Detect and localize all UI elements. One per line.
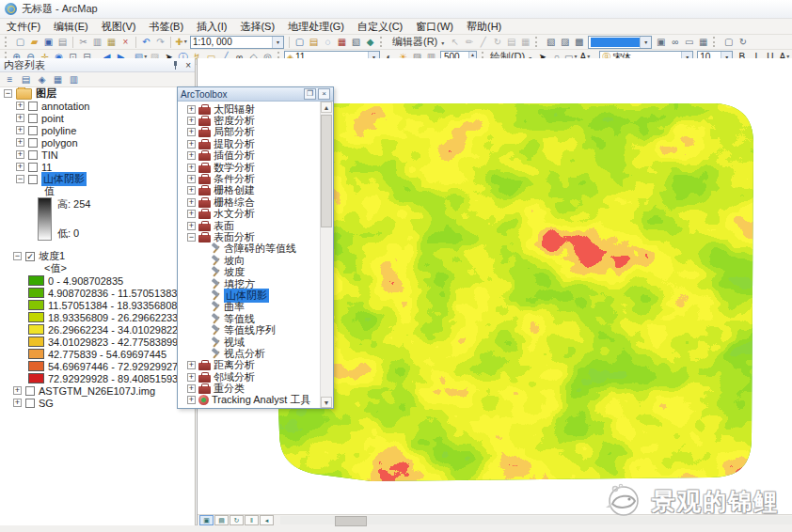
layers-root-item[interactable]: 图层: [0, 87, 195, 100]
save-icon[interactable]: ▣: [41, 36, 55, 48]
expander-icon[interactable]: [13, 399, 22, 407]
expander-icon[interactable]: [187, 175, 196, 183]
close-icon[interactable]: ×: [318, 88, 330, 100]
snapping-icon[interactable]: ▭: [682, 36, 696, 48]
expander-icon[interactable]: [187, 210, 196, 218]
list-by-source-icon[interactable]: ▤: [18, 72, 34, 86]
cut-icon[interactable]: ✂: [76, 36, 90, 48]
arctoolbox-item[interactable]: 山体阴影: [178, 289, 321, 301]
paste-icon[interactable]: ▦: [104, 36, 119, 48]
arctoolbox-item[interactable]: 含障碍的等值线: [178, 243, 321, 255]
expander-icon[interactable]: [16, 126, 24, 134]
expander-icon[interactable]: [187, 186, 196, 195]
modelbuilder-icon[interactable]: ◆: [363, 36, 377, 48]
refresh-view-button[interactable]: ↻: [230, 515, 244, 525]
sketch-tool-icon[interactable]: ✏: [462, 36, 476, 48]
expander-icon[interactable]: [187, 222, 196, 230]
sketch-properties-icon[interactable]: ▦: [518, 36, 532, 48]
table-of-contents-icon[interactable]: ▢: [293, 36, 307, 48]
layer-checkbox[interactable]: [28, 114, 38, 123]
arctoolbox-item[interactable]: 邻域分析: [178, 371, 321, 383]
scroll-up-icon[interactable]: ▲: [321, 102, 332, 113]
attribute-transfer-icon[interactable]: ▦: [696, 36, 710, 48]
menu-item[interactable]: 书签(B): [142, 19, 190, 35]
arctoolbox-item[interactable]: 坡向: [178, 255, 321, 266]
expander-icon[interactable]: [187, 140, 196, 149]
expander-icon[interactable]: [4, 89, 12, 98]
slope-layer-item[interactable]: 坡度1: [0, 250, 195, 262]
expander-icon[interactable]: [16, 138, 24, 147]
expander-icon[interactable]: [187, 198, 196, 207]
delete-icon[interactable]: ×: [119, 36, 133, 48]
menu-item[interactable]: 视图(V): [95, 19, 143, 35]
adjust-icon[interactable]: ▣: [654, 36, 668, 48]
expander-icon[interactable]: [187, 117, 196, 125]
expander-icon[interactable]: [187, 396, 196, 404]
expander-icon[interactable]: [187, 151, 196, 160]
layer-checkbox[interactable]: [28, 150, 38, 160]
pause-drawing-button[interactable]: ‖: [245, 515, 259, 525]
scroll-thumb[interactable]: [321, 115, 332, 227]
expander-icon[interactable]: [16, 102, 24, 110]
layer-checkbox[interactable]: [25, 399, 35, 408]
layer-checkbox[interactable]: [25, 386, 35, 396]
data-view-button[interactable]: ▣: [199, 515, 214, 525]
error-inspector-icon[interactable]: ▩: [572, 36, 586, 48]
redo-icon[interactable]: ↷: [153, 36, 167, 48]
menu-item[interactable]: 地理处理(G): [281, 19, 351, 35]
toolbar-grip[interactable]: [713, 37, 719, 47]
layer-checkbox[interactable]: [28, 138, 38, 148]
menu-item[interactable]: 自定义(C): [351, 19, 409, 35]
layer-checkbox[interactable]: [28, 126, 38, 135]
hscroll-thumb[interactable]: [335, 516, 367, 526]
split-tool-icon[interactable]: ╱: [476, 36, 490, 48]
menu-item[interactable]: 编辑(E): [47, 19, 95, 35]
layer-item[interactable]: annotation: [0, 100, 195, 112]
refresh-view-icon[interactable]: ↻: [736, 36, 750, 48]
layer-item[interactable]: SG: [0, 397, 195, 409]
layer-select-combo[interactable]: ▾: [588, 36, 652, 49]
arctoolbox-item[interactable]: Tracking Analyst 工具: [178, 395, 321, 406]
toolbar-grip[interactable]: [535, 37, 541, 47]
editor-menu[interactable]: 编辑器(R) ▾: [388, 35, 448, 49]
menu-item[interactable]: 选择(S): [233, 19, 281, 35]
map-topology-icon[interactable]: ▨: [558, 36, 572, 48]
layer-checkbox[interactable]: [25, 252, 35, 261]
menu-item[interactable]: 文件(F): [0, 19, 47, 35]
layout-view-button[interactable]: ▤: [214, 515, 229, 525]
toolbar-grip[interactable]: [5, 37, 10, 47]
layer-checkbox[interactable]: [28, 102, 38, 111]
expander-icon[interactable]: [187, 384, 196, 393]
list-by-selection-icon[interactable]: ▦: [50, 72, 66, 86]
expander-icon[interactable]: [187, 373, 196, 382]
expander-icon[interactable]: [187, 233, 196, 242]
combo-dropdown-button[interactable]: ▾: [272, 37, 283, 48]
expander-icon[interactable]: [187, 105, 196, 114]
scroll-left-button[interactable]: ◂: [260, 515, 274, 525]
rotate-tool-icon[interactable]: ↻: [490, 36, 504, 48]
toc-options-icon[interactable]: ▥: [66, 72, 82, 86]
restore-window-icon[interactable]: ❐: [304, 88, 316, 100]
expander-icon[interactable]: [13, 386, 22, 395]
undo-icon[interactable]: ↶: [139, 36, 153, 48]
layer-checkbox[interactable]: [28, 175, 38, 184]
window-icon[interactable]: ▢: [721, 36, 736, 48]
menu-item[interactable]: 帮助(H): [460, 19, 508, 35]
python-icon[interactable]: ▧: [349, 36, 363, 48]
new-document-icon[interactable]: ▢: [13, 36, 27, 48]
add-data-icon[interactable]: ✚▾: [174, 36, 188, 48]
editor-arrow-icon[interactable]: ↖: [448, 36, 462, 48]
expander-icon[interactable]: [16, 163, 24, 171]
layer-item[interactable]: 11: [0, 161, 195, 173]
print-icon[interactable]: ▤: [55, 36, 70, 48]
toolbar-grip[interactable]: [380, 37, 386, 47]
expander-icon[interactable]: [13, 252, 22, 260]
search-icon[interactable]: ◌: [321, 36, 335, 48]
expander-icon[interactable]: [187, 128, 196, 136]
arctoolbox-item[interactable]: 等值线序列: [178, 324, 321, 336]
scroll-down-icon[interactable]: ▼: [321, 397, 332, 408]
expander-icon[interactable]: [16, 150, 24, 159]
layer-item[interactable]: ASTGTM_N26E107J.img: [0, 384, 195, 397]
layer-item[interactable]: point: [0, 112, 195, 124]
attributes-icon[interactable]: ▤: [504, 36, 518, 48]
